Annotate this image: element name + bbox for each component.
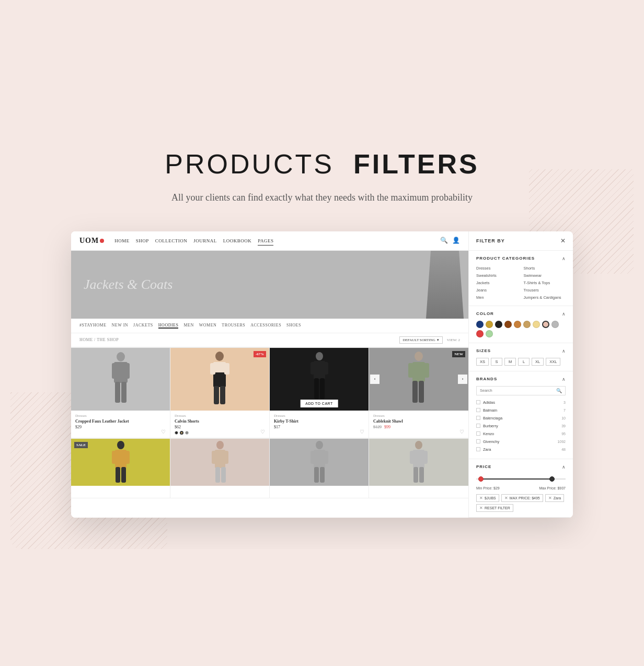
color-dot-tan[interactable] <box>180 431 183 435</box>
brand-name-burberry: Burberry <box>483 424 559 428</box>
brand-checkbox-zara[interactable] <box>476 447 480 451</box>
svg-rect-30 <box>121 467 126 483</box>
size-xl[interactable]: XL <box>532 358 544 366</box>
filter-close-button[interactable]: ✕ <box>560 238 566 244</box>
cat-nav-hoodies[interactable]: HOODIES <box>158 323 179 329</box>
color-swatch-gold[interactable] <box>486 321 493 328</box>
category-dresses[interactable]: Dresses <box>476 265 519 271</box>
sizes-chevron-icon[interactable]: ∧ <box>562 348 566 354</box>
color-swatch-navy[interactable] <box>476 321 484 328</box>
color-swatch-yellow[interactable] <box>533 321 540 328</box>
color-swatch-peach[interactable] <box>542 321 549 328</box>
wishlist-icon-3[interactable]: ♡ <box>360 429 364 435</box>
cat-nav-shoes[interactable]: SHOES <box>286 323 301 329</box>
cat-nav-jackets[interactable]: JACKETS <box>133 323 153 329</box>
product-price-1: $29 <box>75 425 166 429</box>
brand-checkbox-kenzo[interactable] <box>476 431 480 436</box>
brands-search-icon: 🔍 <box>556 388 562 393</box>
brand-checkbox-balenciaga[interactable] <box>476 416 480 420</box>
user-nav-icon[interactable]: 👤 <box>452 237 460 244</box>
nav-link-lookbook[interactable]: LOOKBOOK <box>223 238 252 243</box>
svg-rect-3 <box>124 363 130 379</box>
category-sweatshirts[interactable]: Sweatshirts <box>476 273 519 278</box>
brand-checkbox-adidas[interactable] <box>476 400 480 404</box>
carousel-prev-4[interactable]: ‹ <box>370 375 380 384</box>
category-jeans[interactable]: Jeans <box>476 287 519 293</box>
product-category-3: Dresses <box>274 414 364 418</box>
color-dot-black[interactable] <box>175 431 178 435</box>
product-info-7 <box>270 486 369 498</box>
category-men[interactable]: Men <box>476 295 519 300</box>
brand-count-kenzo: 95 <box>561 432 566 436</box>
nav-link-home[interactable]: HOME <box>114 238 130 243</box>
product-card-2: -67% ♡ Dresses <box>170 348 270 438</box>
search-nav-icon[interactable]: 🔍 <box>440 237 448 244</box>
color-swatch-tan[interactable] <box>523 321 531 328</box>
carousel-next-4[interactable]: › <box>458 375 467 384</box>
category-jumpers[interactable]: Jumpers & Cardigans <box>524 295 566 300</box>
size-m[interactable]: M <box>504 358 516 366</box>
price-fill <box>481 478 553 480</box>
categories-chevron-icon[interactable]: ∧ <box>562 256 566 261</box>
wishlist-icon-4[interactable]: ♡ <box>459 429 464 435</box>
color-dot-gray[interactable] <box>185 431 189 435</box>
color-swatch-black[interactable] <box>495 321 502 328</box>
cat-nav-accessories[interactable]: ACCESSORIES <box>250 323 281 329</box>
category-tshirts[interactable]: T-Shirts & Tops <box>524 280 566 286</box>
price-range[interactable] <box>476 474 566 484</box>
wishlist-icon-2[interactable]: ♡ <box>260 429 265 435</box>
filter-tag-zara[interactable]: ✕ Zara <box>545 494 564 502</box>
cat-nav-stayhome[interactable]: #STAYHOME <box>79 323 107 329</box>
brands-chevron-icon[interactable]: ∧ <box>562 377 566 382</box>
size-xxl[interactable]: XXL <box>546 358 560 366</box>
color-chevron-icon[interactable]: ∧ <box>562 311 566 317</box>
price-thumb-max[interactable] <box>549 476 555 482</box>
nav-link-journal[interactable]: JOURNAL <box>193 238 217 243</box>
size-s[interactable]: S <box>491 358 502 366</box>
svg-rect-14 <box>314 361 325 379</box>
category-trousers[interactable]: Trousers <box>524 287 566 293</box>
brands-search-input[interactable] <box>480 388 556 393</box>
product-card-8 <box>369 439 468 498</box>
reset-filter-button[interactable]: ✕ RESET FILTER <box>476 504 513 512</box>
cat-nav-newin[interactable]: NEW IN <box>112 323 129 329</box>
brand-checkbox-givenchy[interactable] <box>476 439 480 443</box>
brand-adidas: Adidas 3 <box>476 399 566 406</box>
sort-button[interactable]: DEFAULT SORTING ▾ <box>399 336 443 344</box>
category-shorts[interactable]: Shorts <box>524 265 566 271</box>
color-swatch-silver[interactable] <box>551 321 559 328</box>
brand-checkbox-burberry[interactable] <box>476 424 480 428</box>
cat-nav-men[interactable]: MEN <box>183 323 193 329</box>
product-image-3: ADD TO CART <box>270 348 369 411</box>
brand-givenchy: Givenchy 1092 <box>476 438 566 446</box>
svg-rect-26 <box>115 450 126 468</box>
nav-link-shop[interactable]: SHOP <box>136 238 149 243</box>
category-jackets[interactable]: Jackets <box>476 280 519 286</box>
svg-rect-23 <box>412 381 418 403</box>
color-swatch-red[interactable] <box>476 330 484 337</box>
product-card-4: NEW ‹ › <box>369 348 468 438</box>
size-xs[interactable]: XS <box>476 358 489 366</box>
price-chevron-icon[interactable]: ∧ <box>562 464 566 470</box>
brands-search-box[interactable]: 🔍 <box>476 386 566 395</box>
color-swatches <box>476 321 566 337</box>
price-thumb-min[interactable] <box>478 476 484 482</box>
color-swatch-green[interactable] <box>486 330 493 337</box>
filter-tag-maxprice[interactable]: ✕ MAX PRICE: $495 <box>501 494 543 502</box>
cat-nav-trousers[interactable]: TROUSERS <box>222 323 245 329</box>
nav-link-pages[interactable]: PAGES <box>258 238 273 243</box>
size-l[interactable]: L <box>518 358 530 366</box>
brand-name-balmain: Balmain <box>483 408 561 413</box>
add-to-cart-button-3[interactable]: ADD TO CART <box>300 400 338 407</box>
cat-nav-women[interactable]: WOMEN <box>199 323 217 329</box>
color-swatch-brown[interactable] <box>504 321 512 328</box>
filter-tag-jubs[interactable]: ✕ $JUBS <box>476 494 499 502</box>
hero-model <box>421 251 468 319</box>
nav-link-collection[interactable]: COLLECTION <box>155 238 188 243</box>
category-swimwear[interactable]: Swimwear <box>524 273 566 278</box>
wishlist-icon-1[interactable]: ♡ <box>161 429 166 435</box>
brand-checkbox-balmain[interactable] <box>476 408 480 412</box>
hero-banner: Jackets & Coats <box>71 251 468 319</box>
svg-rect-48 <box>419 467 424 483</box>
color-swatch-orange[interactable] <box>514 321 521 328</box>
